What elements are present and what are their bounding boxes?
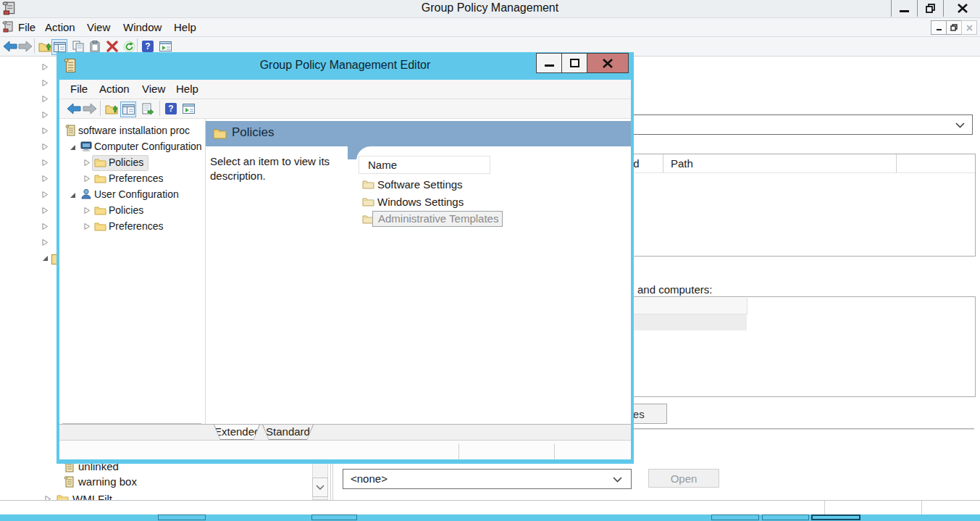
toolbar-separator	[159, 101, 160, 116]
main-close-button[interactable]	[943, 0, 980, 17]
forward-icon[interactable]	[83, 101, 97, 116]
tree-expand-icon[interactable]	[84, 207, 91, 214]
gpo-scroll-icon	[65, 125, 76, 136]
editor-titlebar[interactable]: Group Policy Management Editor	[56, 52, 634, 80]
refresh-icon[interactable]	[122, 39, 136, 54]
tab-standard[interactable]: Standard	[262, 425, 314, 440]
editor-menu-action[interactable]: Action	[99, 83, 130, 95]
column-path[interactable]: Path	[671, 157, 693, 170]
tree-item-user-configuration[interactable]: User Configuration	[59, 188, 205, 202]
up-one-level-icon[interactable]	[104, 101, 119, 116]
menu-action[interactable]: Action	[45, 21, 75, 33]
result-pane-header: Policies	[206, 121, 631, 146]
editor-menu-view[interactable]: View	[142, 83, 165, 95]
folder-icon	[362, 179, 374, 189]
menu-help[interactable]: Help	[174, 21, 196, 33]
editor-maximize-button[interactable]	[561, 53, 587, 73]
forward-icon[interactable]	[18, 39, 33, 54]
editor-menu-help[interactable]: Help	[176, 83, 198, 95]
show-action-pane-icon[interactable]	[181, 101, 196, 116]
tree-expand-icon[interactable]	[42, 96, 49, 102]
main-restore-button[interactable]	[917, 0, 943, 17]
export-list-icon[interactable]	[141, 101, 155, 116]
tree-expand-icon[interactable]	[84, 175, 91, 182]
tree-item-gpo-root[interactable]: software installation proc	[59, 124, 205, 138]
editor-minimize-button[interactable]	[536, 53, 562, 73]
folder-icon	[362, 196, 374, 207]
delete-icon[interactable]	[105, 39, 120, 54]
main-menubar: File Action View Window Help	[0, 18, 980, 37]
folder-icon	[94, 157, 106, 167]
menu-file[interactable]: File	[18, 21, 35, 33]
tree-expand-icon[interactable]	[42, 223, 49, 230]
taskbar-button[interactable]	[311, 514, 357, 520]
tree-expand-icon[interactable]	[42, 128, 49, 134]
tree-expand-icon[interactable]	[42, 239, 49, 246]
mdi-close-button[interactable]	[961, 20, 977, 35]
tree-expand-icon[interactable]	[42, 159, 49, 166]
security-filtering-label: and computers:	[637, 283, 712, 296]
copy-icon[interactable]	[71, 39, 85, 54]
taskbar-button[interactable]	[762, 514, 809, 520]
toolbar-separator	[100, 101, 101, 116]
editor-menubar: File Action View Help	[59, 80, 631, 99]
main-minimize-button[interactable]	[891, 0, 917, 17]
tree-scroll-down-button[interactable]	[312, 478, 328, 497]
editor-menu-file[interactable]: File	[70, 83, 88, 95]
tree-expand-icon[interactable]	[42, 80, 49, 86]
tree-expand-icon[interactable]	[42, 112, 49, 118]
status-bar	[0, 500, 980, 515]
description-line1: Select an item to view its	[210, 155, 330, 167]
editor-close-button[interactable]	[587, 53, 629, 73]
help-icon[interactable]: ?	[164, 101, 178, 116]
wmi-filter-value: <none>	[351, 472, 388, 485]
open-button[interactable]: Open	[648, 469, 719, 488]
name-column-header[interactable]: Name	[359, 156, 490, 174]
main-titlebar[interactable]: Group Policy Management	[0, 0, 980, 18]
tree-expand-icon[interactable]	[42, 143, 49, 150]
chevron-down-icon	[955, 122, 965, 128]
back-icon[interactable]	[67, 101, 81, 116]
taskbar-button[interactable]	[711, 514, 759, 520]
menu-view[interactable]: View	[87, 21, 110, 33]
tree-expand-icon[interactable]	[84, 159, 91, 166]
tree-item-user-policies[interactable]: Policies	[59, 204, 205, 218]
tree-expand-icon[interactable]	[42, 207, 49, 214]
tree-collapse-icon[interactable]	[42, 255, 49, 262]
tree-collapse-icon[interactable]	[70, 144, 76, 151]
up-one-level-icon[interactable]	[38, 39, 52, 54]
tree-expand-icon[interactable]	[42, 191, 49, 198]
mdi-restore-button[interactable]	[946, 20, 962, 35]
mdi-minimize-button[interactable]	[931, 20, 947, 35]
paste-icon[interactable]	[88, 39, 102, 54]
taskbar-button-active[interactable]	[811, 514, 860, 520]
help-icon[interactable]: ?	[141, 39, 155, 54]
gpo-scroll-icon	[64, 476, 75, 488]
tab-extended[interactable]: Extended	[214, 425, 260, 440]
editor-tree-pane: software installation proc Computer Conf…	[59, 119, 206, 440]
tree-expand-icon[interactable]	[42, 64, 49, 70]
computer-icon	[80, 141, 93, 152]
tree-item-user-preferences[interactable]: Preferences	[59, 220, 205, 234]
editor-window: Group Policy Management Editor File Acti…	[56, 52, 634, 464]
editor-toolbar: ?	[59, 99, 631, 119]
taskbar-button[interactable]	[158, 514, 206, 520]
back-icon[interactable]	[3, 39, 17, 54]
tree-item-computer-configuration[interactable]: Computer Configuration	[59, 140, 205, 154]
show-action-pane-icon[interactable]	[158, 39, 172, 54]
editor-content: software installation proc Computer Conf…	[59, 119, 631, 440]
edit-label-box: Administrative Templates	[372, 211, 503, 227]
tree-expand-icon[interactable]	[84, 223, 91, 230]
description-line2: description.	[210, 170, 266, 182]
show-console-tree-icon[interactable]	[120, 101, 136, 117]
menu-window[interactable]: Window	[123, 21, 162, 33]
folder-icon	[94, 205, 106, 215]
tree-item-computer-preferences[interactable]: Preferences	[59, 172, 205, 186]
toolbar-separator	[137, 38, 138, 54]
tree-collapse-icon[interactable]	[70, 192, 76, 199]
view-tabs-row: Extended Standard	[59, 424, 631, 441]
tree-item-computer-policies[interactable]: Policies	[59, 156, 205, 170]
tree-expand-icon[interactable]	[42, 175, 49, 182]
main-window-title: Group Policy Management	[0, 1, 980, 14]
wmi-filter-dropdown[interactable]: <none>	[343, 469, 632, 489]
